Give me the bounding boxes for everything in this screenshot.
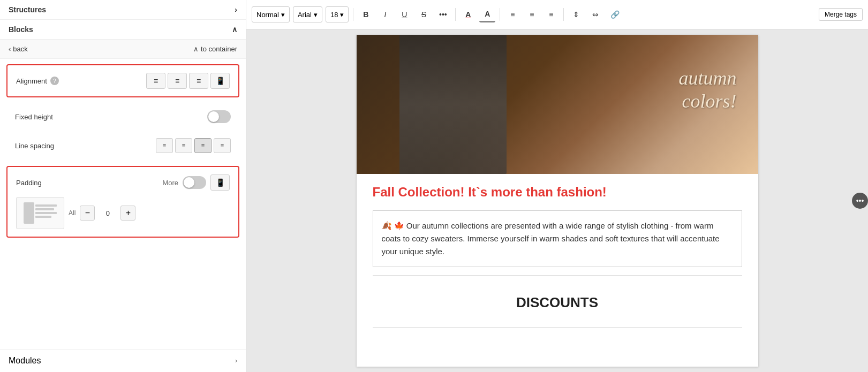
to-container-button[interactable]: ∧ to container xyxy=(193,45,237,53)
toolbar: Normal ▾ Arial ▾ 18 ▾ B I U S ••• A xyxy=(246,0,868,29)
stepper-plus-button[interactable]: + xyxy=(120,206,135,221)
thumb-image xyxy=(24,202,34,224)
underline-button[interactable]: U xyxy=(396,6,412,22)
padding-label: Padding xyxy=(16,179,42,187)
fixed-height-label: Fixed height xyxy=(15,113,53,121)
more-format-button[interactable]: ••• xyxy=(435,6,451,22)
line-height-button[interactable]: ⇕ xyxy=(568,6,584,22)
email-canvas: autumn colors! Fall Collection! It`s mor… xyxy=(357,35,758,367)
align-right-button[interactable]: ≡ xyxy=(189,73,208,89)
stepper-minus-button[interactable]: − xyxy=(80,206,95,221)
back-button[interactable]: ‹ back xyxy=(9,45,28,53)
stepper-row: All − 0 + xyxy=(16,197,230,229)
font-select[interactable]: Arial ▾ xyxy=(293,6,322,22)
text-block[interactable]: 🍂 🍁 Our autumn collections are presented… xyxy=(373,210,742,267)
format-dropdown-icon: ▾ xyxy=(281,11,285,19)
italic-button[interactable]: I xyxy=(377,6,393,22)
align-center-button[interactable]: ≡ xyxy=(168,73,187,89)
alignment-label-group: Alignment ? xyxy=(16,77,59,85)
structures-chevron-icon: › xyxy=(235,5,237,14)
fixed-height-toggle-knob xyxy=(208,111,219,122)
structures-header[interactable]: Structures › xyxy=(0,0,246,20)
strikethrough-button[interactable]: S xyxy=(416,6,432,22)
line-spacing-btn-2[interactable]: ≡ xyxy=(175,138,192,153)
divider-line-2 xyxy=(373,327,742,328)
italic-label: I xyxy=(384,10,386,19)
modules-label: Modules xyxy=(9,356,41,366)
list-button[interactable]: ≡ xyxy=(524,6,540,22)
size-label: 18 xyxy=(330,11,338,19)
to-container-label: to container xyxy=(201,45,237,53)
blocks-label: Blocks xyxy=(9,25,33,34)
discounts-label: DISCOUNTS xyxy=(516,294,598,310)
thumb-line-4 xyxy=(35,216,51,218)
thumb-lines xyxy=(35,202,57,218)
padding-more-label: More xyxy=(162,179,178,187)
back-label: back xyxy=(13,45,27,53)
font-color-button[interactable]: A xyxy=(460,6,476,22)
line-spacing-row: Line spacing ≡ ≡ ≡ ≡ xyxy=(15,138,231,153)
letter-spacing-button[interactable]: ⇔ xyxy=(587,6,603,22)
thumbnail-preview xyxy=(16,197,64,229)
modules-header[interactable]: Modules › xyxy=(0,349,246,372)
fixed-height-toggle-switch[interactable] xyxy=(207,110,231,123)
hero-text-line2: colors! xyxy=(682,90,737,112)
align-mobile-button[interactable]: 📱 xyxy=(210,73,230,89)
alignment-help-icon[interactable]: ? xyxy=(50,77,59,85)
hero-overlay-text: autumn colors! xyxy=(679,67,737,113)
divider-4 xyxy=(563,8,564,21)
fall-heading-text: Fall Collection! It`s more than fashion! xyxy=(373,185,607,199)
padding-mobile-button[interactable]: 📱 xyxy=(210,174,230,191)
fixed-height-row: Fixed height xyxy=(15,110,231,123)
merge-tags-button[interactable]: Merge tags xyxy=(819,8,863,21)
line-spacing-btn-1[interactable]: ≡ xyxy=(156,138,173,153)
line-spacing-btn-4[interactable]: ≡ xyxy=(214,138,231,153)
fixed-height-section: Fixed height xyxy=(6,103,239,131)
line-spacing-section: Line spacing ≡ ≡ ≡ ≡ xyxy=(6,131,239,161)
merge-tags-label: Merge tags xyxy=(825,11,857,18)
text-align-button[interactable]: ≡ xyxy=(504,6,520,22)
strike-label: S xyxy=(421,10,426,19)
bg-color-button[interactable]: A xyxy=(479,6,495,22)
indent-button[interactable]: ≡ xyxy=(543,6,559,22)
hero-image: autumn colors! xyxy=(357,35,758,174)
font-label: Arial xyxy=(298,11,312,19)
alignment-section: Alignment ? ≡ ≡ ≡ 📱 xyxy=(6,64,239,97)
size-dropdown-icon: ▾ xyxy=(340,11,344,19)
padding-toggle-knob xyxy=(184,177,194,188)
thumb-line-3 xyxy=(35,212,57,214)
thumb-inner xyxy=(24,202,57,224)
line-spacing-label: Line spacing xyxy=(15,142,54,150)
hero-text-line1: autumn xyxy=(679,67,737,89)
fixed-height-toggle[interactable] xyxy=(207,110,231,123)
divider-line-1 xyxy=(373,275,742,276)
canvas-area: autumn colors! Fall Collection! It`s mor… xyxy=(246,29,868,372)
padding-section: Padding More 📱 xyxy=(6,166,239,238)
divider-1 xyxy=(353,8,353,21)
bold-button[interactable]: B xyxy=(358,6,374,22)
bold-label: B xyxy=(363,10,368,19)
format-label: Normal xyxy=(256,11,279,19)
hero-figure xyxy=(399,35,507,174)
stepper-value: 0 xyxy=(99,209,116,217)
alignment-buttons: ≡ ≡ ≡ 📱 xyxy=(146,73,230,89)
side-dots-button[interactable]: ••• xyxy=(852,193,868,209)
more-format-label: ••• xyxy=(439,10,447,19)
thumb-line-2 xyxy=(35,208,54,210)
padding-controls: More 📱 xyxy=(162,174,230,191)
align-left-button[interactable]: ≡ xyxy=(146,73,165,89)
link-button[interactable]: 🔗 xyxy=(607,6,623,22)
fall-heading[interactable]: Fall Collection! It`s more than fashion! xyxy=(357,174,758,205)
blocks-header[interactable]: Blocks ∧ xyxy=(0,20,246,40)
line-spacing-buttons: ≡ ≡ ≡ ≡ xyxy=(156,138,231,153)
line-spacing-btn-3[interactable]: ≡ xyxy=(194,138,212,153)
format-select[interactable]: Normal ▾ xyxy=(252,6,290,22)
padding-toggle-switch[interactable] xyxy=(183,176,206,189)
modules-chevron-icon: › xyxy=(235,357,237,365)
font-dropdown-icon: ▾ xyxy=(314,11,318,19)
back-chevron-icon: ‹ xyxy=(9,45,11,53)
size-select[interactable]: 18 ▾ xyxy=(326,6,349,22)
thumb-line-1 xyxy=(35,204,57,207)
sidebar: Structures › Blocks ∧ ‹ back ∧ to contai… xyxy=(0,0,246,372)
blocks-chevron-icon: ∧ xyxy=(232,25,237,34)
